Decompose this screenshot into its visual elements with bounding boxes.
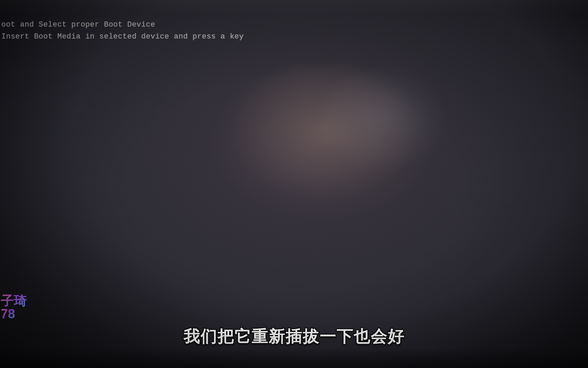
boot-line-2: Insert Boot Media in selected device and…	[1, 31, 244, 43]
watermark: 子琦 78	[0, 294, 27, 320]
screen: oot and Select proper Boot Device Insert…	[0, 0, 588, 368]
bottom-fade	[0, 348, 588, 368]
subtitle-bar: 我们把它重新插拔一下也会好	[0, 326, 588, 348]
boot-text-area: oot and Select proper Boot Device Insert…	[0, 19, 244, 43]
top-reflection	[0, 0, 588, 14]
watermark-name: 子琦	[0, 294, 27, 307]
boot-line-1: oot and Select proper Boot Device	[1, 19, 244, 31]
watermark-number: 78	[0, 307, 15, 320]
subtitle-text: 我们把它重新插拔一下也会好	[183, 326, 405, 348]
